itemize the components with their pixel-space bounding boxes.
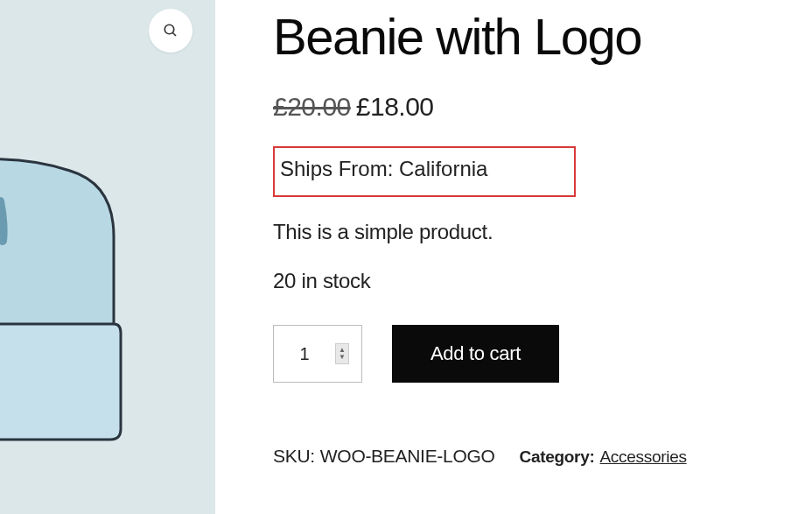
sku-wrapper: SKU: WOO-BEANIE-LOGO — [273, 446, 495, 467]
product-image — [0, 158, 122, 464]
svg-line-1 — [172, 32, 176, 36]
category-label: Category: — [520, 447, 595, 467]
category-wrapper: Category: Accessories — [520, 447, 687, 467]
stepper-arrows-icon[interactable]: ▲▼ — [335, 343, 349, 364]
product-title: Beanie with Logo — [273, 7, 812, 66]
price-row: £20.00£18.00 — [273, 92, 812, 122]
add-to-cart-row: 1 ▲▼ Add to cart — [273, 325, 812, 383]
product-meta: SKU: WOO-BEANIE-LOGO Category: Accessori… — [273, 446, 812, 467]
ships-from-value: California — [399, 157, 487, 180]
sku-label: SKU: — [273, 446, 315, 467]
category-link[interactable]: Accessories — [600, 447, 687, 467]
product-details: Beanie with Logo £20.00£18.00 Ships From… — [215, 0, 812, 514]
ships-from-highlight: Ships From: California — [273, 146, 576, 197]
sale-price: £18.00 — [356, 92, 434, 121]
product-image-area — [0, 0, 215, 514]
ships-from-label: Ships From: — [280, 157, 399, 180]
product-container: Beanie with Logo £20.00£18.00 Ships From… — [0, 0, 812, 514]
quantity-value: 1 — [274, 344, 335, 364]
sku-value: WOO-BEANIE-LOGO — [320, 446, 495, 467]
quantity-stepper[interactable]: 1 ▲▼ — [273, 325, 362, 383]
zoom-button[interactable] — [149, 9, 192, 53]
add-to-cart-button[interactable]: Add to cart — [392, 325, 559, 383]
stock-status: 20 in stock — [273, 269, 812, 293]
search-icon — [163, 23, 178, 39]
svg-point-0 — [164, 25, 174, 34]
original-price: £20.00 — [273, 92, 351, 121]
product-description: This is a simple product. — [273, 220, 812, 244]
